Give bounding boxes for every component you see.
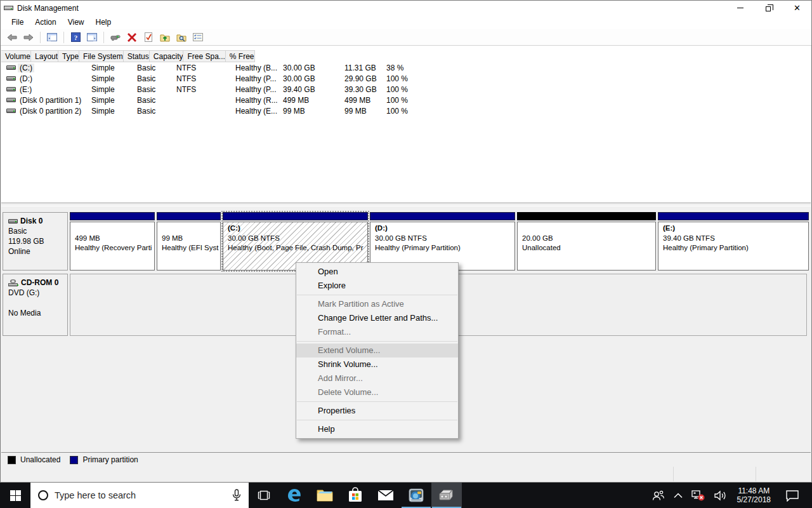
table-row[interactable]: (D:) Simple Basic NTFS Healthy (P... 30.…	[1, 73, 811, 84]
volume-layout: Simple	[88, 107, 133, 116]
cdrom-drive: DVD (G:)	[8, 288, 65, 297]
context-menu-item[interactable]: Format...	[296, 325, 458, 339]
edge-button[interactable]	[279, 483, 310, 508]
volume-capacity: 499 MB	[279, 96, 341, 105]
partition[interactable]: 499 MB Healthy (Recovery Parti	[70, 212, 155, 271]
context-menu-item[interactable]: Delete Volume...	[296, 385, 458, 399]
volume-capacity: 30.00 GB	[279, 64, 341, 72]
delete-icon[interactable]	[125, 31, 139, 44]
partition[interactable]: (E:) 39.40 GB NTFS Healthy (Primary Part…	[658, 212, 809, 271]
action-pane-icon[interactable]	[85, 31, 99, 44]
table-row[interactable]: (Disk 0 partition 2) Simple Basic Health…	[1, 105, 811, 116]
action-center-icon[interactable]	[776, 483, 808, 508]
column-header[interactable]: Status	[124, 50, 150, 62]
context-menu-item[interactable]: Explore	[296, 279, 458, 293]
properties-icon[interactable]	[191, 31, 205, 44]
people-icon[interactable]	[648, 483, 669, 508]
legend-swatch	[70, 456, 78, 464]
restore-button[interactable]	[754, 1, 783, 15]
clock-time: 11:48 AM	[737, 486, 771, 495]
table-row[interactable]: (Disk 0 partition 1) Simple Basic Health…	[1, 95, 811, 105]
mail-button[interactable]	[370, 483, 401, 508]
partition-box: 499 MB Healthy (Recovery Parti	[70, 222, 155, 271]
disk0-size: 119.98 GB	[8, 237, 65, 246]
close-button[interactable]: ✕	[783, 1, 811, 15]
partition[interactable]: 99 MB Healthy (EFI Syst	[157, 212, 221, 271]
taskbar-search[interactable]: Type here to search	[30, 483, 249, 508]
mark-partition-icon[interactable]	[141, 31, 155, 44]
tray-clock[interactable]: 11:48 AM 5/27/2018	[731, 486, 776, 504]
minimize-button[interactable]	[726, 1, 754, 15]
partition-letter	[75, 224, 150, 234]
partition-letter: (E:)	[663, 224, 804, 234]
context-menu-item[interactable]: Shrink Volume...	[296, 358, 458, 371]
partition-letter: (C:)	[228, 224, 363, 234]
minimize-icon	[737, 8, 743, 8]
restore-icon	[766, 6, 771, 11]
help-icon[interactable]: ?	[69, 31, 82, 44]
context-menu-item[interactable]: Help	[296, 422, 458, 436]
column-header[interactable]: Free Spa...	[183, 50, 225, 62]
partition-color-bar	[70, 212, 155, 220]
context-menu-separator	[297, 401, 457, 402]
volume-percent-free: 100 %	[383, 85, 440, 94]
partition-color-bar	[658, 212, 809, 220]
context-menu-item[interactable]: Properties	[296, 404, 458, 418]
menu-item[interactable]: View	[62, 16, 90, 29]
volume-icon	[6, 76, 16, 81]
volume-name: (Disk 0 partition 2)	[18, 107, 83, 116]
disk-management-button[interactable]	[431, 483, 462, 508]
partition[interactable]: 20.00 GB Unallocated	[517, 212, 656, 271]
console-tree-icon[interactable]	[45, 31, 59, 44]
partition-color-bar	[223, 212, 368, 220]
store-button[interactable]	[340, 483, 370, 508]
chevron-up-icon[interactable]	[669, 483, 687, 508]
volume-free-space: 29.90 GB	[341, 74, 383, 83]
column-header[interactable]: Volume	[1, 50, 31, 62]
cdrom-label-panel[interactable]: CD-ROM 0 DVD (G:) No Media	[3, 274, 68, 336]
volume-icon	[6, 87, 16, 91]
column-header[interactable]: Capacity	[150, 50, 184, 62]
task-view-button[interactable]	[249, 483, 279, 508]
context-menu-item[interactable]: Open	[296, 265, 458, 279]
volume-filesystem: NTFS	[173, 64, 232, 72]
volume-icon[interactable]	[710, 483, 731, 508]
forward-icon[interactable]	[22, 31, 36, 44]
partition-size: 99 MB	[162, 234, 216, 243]
context-menu-item[interactable]: Change Drive Letter and Paths...	[296, 311, 458, 325]
column-header[interactable]: Type	[58, 50, 79, 62]
svg-text:?: ?	[74, 34, 77, 41]
table-row[interactable]: (C:) Simple Basic NTFS Healthy (B... 30.…	[1, 62, 811, 73]
start-button[interactable]	[0, 483, 30, 508]
menu-item[interactable]: Action	[29, 16, 62, 29]
volume-layout: Simple	[88, 74, 133, 83]
column-header[interactable]: % Free	[226, 50, 255, 62]
explore-folder-icon[interactable]	[174, 31, 188, 44]
context-menu-item[interactable]: Mark Partition as Active	[296, 297, 458, 311]
toolbar-separator	[103, 32, 104, 43]
menu-item[interactable]: Help	[90, 16, 117, 29]
microphone-icon[interactable]	[232, 489, 241, 502]
volume-filesystem: NTFS	[173, 74, 232, 83]
context-menu-item[interactable]: Add Mirror...	[296, 371, 458, 385]
disk-tool-button[interactable]	[401, 483, 431, 508]
titlebar: Disk Management ✕	[1, 1, 811, 15]
volume-list-rows: (C:) Simple Basic NTFS Healthy (B... 30.…	[1, 62, 811, 116]
volume-list: VolumeLayoutTypeFile SystemStatusCapacit…	[1, 46, 811, 203]
volume-icon	[6, 65, 16, 70]
network-error-icon[interactable]	[687, 483, 710, 508]
cdrom-spacer	[8, 298, 65, 307]
menu-item[interactable]: File	[6, 16, 29, 29]
volume-type: Basic	[133, 74, 173, 83]
disk0-label-panel[interactable]: Disk 0 Basic 119.98 GB Online	[3, 212, 68, 271]
file-explorer-button[interactable]	[310, 483, 340, 508]
column-header[interactable]: Layout	[31, 50, 58, 62]
open-folder-icon[interactable]	[158, 31, 172, 44]
column-header[interactable]: File System	[79, 50, 124, 62]
volume-layout: Simple	[88, 85, 133, 94]
table-row[interactable]: (E:) Simple Basic NTFS Healthy (P... 39.…	[1, 84, 811, 95]
context-menu-item[interactable]: Extend Volume...	[296, 344, 458, 358]
back-icon[interactable]	[5, 31, 19, 44]
disk0-name: Disk 0	[20, 217, 43, 225]
rescan-disks-icon[interactable]	[108, 31, 122, 44]
